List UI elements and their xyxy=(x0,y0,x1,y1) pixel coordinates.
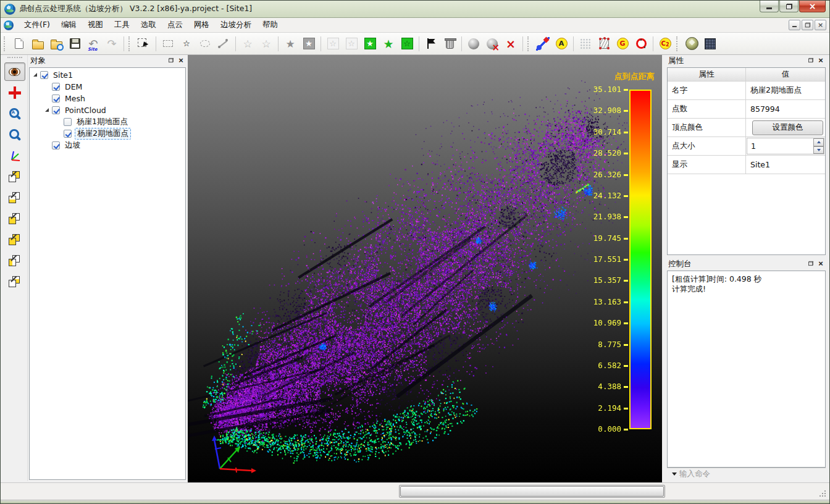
horizontal-scrollbar[interactable] xyxy=(399,485,665,498)
toolbar-drag-handle xyxy=(676,36,681,51)
circle-o-button[interactable] xyxy=(632,35,650,53)
expander-icon[interactable] xyxy=(33,73,37,77)
rect-select-button[interactable] xyxy=(159,35,177,53)
expander-icon[interactable] xyxy=(45,108,49,112)
view-cube-right-button[interactable] xyxy=(4,272,25,291)
checkbox[interactable] xyxy=(52,94,60,103)
circle-g-button[interactable]: G xyxy=(613,35,632,53)
tree-node-2[interactable]: Mesh xyxy=(30,93,185,104)
flag-button[interactable] xyxy=(422,35,440,53)
menu-file[interactable]: 文件(F) xyxy=(19,18,56,32)
star-gray-button[interactable]: ★ xyxy=(281,35,300,53)
mesh-button[interactable] xyxy=(595,35,613,53)
star-green-button[interactable]: ★ xyxy=(379,35,398,53)
point-size-spinner[interactable]: 1 xyxy=(747,138,824,154)
view-cube-bottom-icon xyxy=(7,191,22,205)
menu-slope-analysis[interactable]: 边坡分析 xyxy=(215,18,257,32)
menu-edit[interactable]: 编辑 xyxy=(56,18,82,32)
new-button[interactable] xyxy=(10,35,28,53)
star-box-gray-button[interactable]: ★ xyxy=(300,35,318,53)
grid-button[interactable] xyxy=(701,35,719,53)
spinner-up-button[interactable] xyxy=(813,138,824,146)
select-cursor-button[interactable] xyxy=(135,35,153,53)
minimize-button[interactable] xyxy=(760,1,779,12)
resize-grip[interactable] xyxy=(818,489,826,497)
undo-site-button[interactable]: ↶Site xyxy=(84,35,103,53)
visibility-eye-button[interactable] xyxy=(4,62,25,81)
save-button[interactable] xyxy=(65,35,84,53)
menu-help[interactable]: 帮助 xyxy=(257,18,283,32)
properties-close-button[interactable]: × xyxy=(816,56,826,65)
ellipse-select-button[interactable] xyxy=(196,35,214,53)
star-box-green-outline-button[interactable]: ☆ xyxy=(398,35,416,53)
link-points-button[interactable] xyxy=(534,35,552,53)
console-float-button[interactable] xyxy=(806,259,816,268)
menu-view[interactable]: 视图 xyxy=(82,18,109,32)
properties-float-button[interactable] xyxy=(806,56,816,65)
tree-node-0[interactable]: Site1 xyxy=(30,69,185,81)
checkbox[interactable] xyxy=(52,83,60,91)
mdi-close-button[interactable]: × xyxy=(815,20,826,30)
star-subtract-button[interactable]: ☆ xyxy=(238,35,257,53)
objects-float-button[interactable] xyxy=(166,56,176,65)
line-select-button[interactable] xyxy=(214,35,233,53)
open-button[interactable] xyxy=(28,35,47,53)
sphere-button[interactable] xyxy=(464,35,483,53)
add-cross-button[interactable] xyxy=(4,83,25,102)
checkbox[interactable] xyxy=(64,118,72,126)
axes-button[interactable] xyxy=(4,146,25,165)
star-box-green-icon: ★ xyxy=(364,38,376,49)
menu-pointcloud[interactable]: 点云 xyxy=(162,18,188,32)
star-box-faded2-button[interactable]: ☆ xyxy=(342,35,361,53)
spinner-down-button[interactable] xyxy=(813,146,824,154)
checkbox[interactable] xyxy=(64,130,72,138)
set-color-button[interactable]: 设置颜色 xyxy=(752,120,823,135)
tree-node-6[interactable]: 边坡 xyxy=(30,140,185,151)
maximize-button[interactable] xyxy=(779,1,799,12)
view-cube-top-button[interactable] xyxy=(4,167,25,186)
star-intersect-button[interactable]: ☆ xyxy=(257,35,275,53)
point-size-value: 1 xyxy=(747,141,813,151)
checkbox[interactable] xyxy=(52,106,60,114)
view-cube-bottom-button[interactable] xyxy=(4,188,25,207)
star-box-green-button[interactable]: ★ xyxy=(361,35,379,53)
tree-node-4[interactable]: 杨崖1期地面点 xyxy=(30,116,185,128)
circle-c2-button[interactable]: C2 xyxy=(656,35,674,53)
console-close-button[interactable]: × xyxy=(816,259,826,268)
tree-node-3[interactable]: PointCloud xyxy=(30,104,185,116)
circle-a-button[interactable]: A xyxy=(552,35,571,53)
view-cube-left-button[interactable] xyxy=(4,251,25,270)
scrollbar-thumb[interactable] xyxy=(400,486,664,497)
scatter-button[interactable] xyxy=(576,35,595,53)
polygon-select-button[interactable]: ☆ xyxy=(177,35,196,53)
mdi-minimize-button[interactable] xyxy=(789,20,800,30)
viewport-3d[interactable]: 点到点距离 35.10132.90830.71428.52026.32624.1… xyxy=(188,55,662,482)
view-cube-iso-button[interactable] xyxy=(4,230,25,249)
objects-close-button[interactable]: × xyxy=(176,56,186,65)
zoom-label-button[interactable]: A xyxy=(4,104,25,123)
redo-button[interactable]: ↷ xyxy=(103,35,121,53)
trash-button[interactable] xyxy=(440,35,459,53)
checkbox[interactable] xyxy=(52,141,60,149)
view-cube-front-button[interactable] xyxy=(4,209,25,228)
zoom-button[interactable] xyxy=(4,125,25,144)
toolbar-separator xyxy=(653,36,653,51)
star-box-faded1-button[interactable]: ☆ xyxy=(324,35,342,53)
menu-mesh[interactable]: 网格 xyxy=(188,18,215,32)
menu-tools[interactable]: 工具 xyxy=(109,18,135,32)
command-dropdown-icon[interactable] xyxy=(672,472,677,476)
mdi-restore-button[interactable] xyxy=(802,20,813,30)
menubar: 文件(F)编辑视图工具选取点云网格边坡分析帮助 × xyxy=(1,18,829,33)
tree-node-5[interactable]: 杨崖2期地面点 xyxy=(30,128,185,140)
close-button[interactable]: × xyxy=(799,1,826,12)
sphere-delete-button[interactable] xyxy=(483,35,501,53)
menu-pick[interactable]: 选取 xyxy=(135,18,162,32)
delete-red-button[interactable] xyxy=(501,35,520,53)
command-input-row[interactable]: 输入命令 xyxy=(667,468,826,480)
tree-node-1[interactable]: DEM xyxy=(30,81,185,93)
geosphere-button[interactable] xyxy=(682,35,701,53)
checkbox[interactable] xyxy=(40,71,48,79)
open-search-button[interactable] xyxy=(47,35,65,53)
point-cloud-canvas[interactable] xyxy=(188,55,662,482)
colorbar-tick xyxy=(624,238,628,240)
